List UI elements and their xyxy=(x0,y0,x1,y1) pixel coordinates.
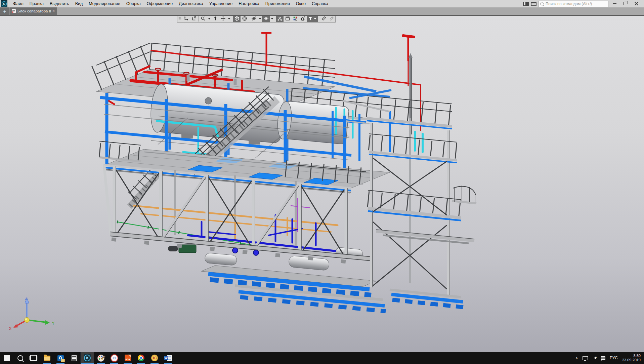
taskbar-chrome-button[interactable] xyxy=(134,352,148,364)
toolbar-object-info-picker-button xyxy=(328,15,335,22)
toolbar-section-view-button[interactable] xyxy=(276,15,284,22)
menu-item-12[interactable]: Справка xyxy=(309,0,331,7)
taskbar-paint-button[interactable] xyxy=(94,352,108,364)
menu-item-1[interactable]: Правка xyxy=(27,0,47,7)
tab-title: Блок сепаратора пр... xyxy=(17,9,51,13)
new-document-button[interactable]: + xyxy=(0,7,10,15)
notifications-icon[interactable] xyxy=(601,356,605,360)
tray-time: 8:50 xyxy=(622,354,641,358)
toolbar-coordinate-system-button[interactable] xyxy=(182,15,190,22)
windows-taskbar: OK✂PDF1С ∧ РУС 8:50 23.09.2019 xyxy=(0,352,644,364)
menu-items: ФайлПравкаВыделитьВидМоделированиеСборка… xyxy=(10,0,331,7)
toolbar-pan-move-dropdown[interactable] xyxy=(227,15,231,22)
taskbar-word-button[interactable] xyxy=(161,352,175,364)
menu-item-5[interactable]: Сборка xyxy=(123,0,144,7)
toolbar-measure-button[interactable] xyxy=(320,15,328,22)
chrome-icon xyxy=(138,355,144,361)
command-search[interactable] xyxy=(539,1,608,7)
taskbar-explorer-button[interactable] xyxy=(40,352,54,364)
toolbar-rebuild-model-button[interactable] xyxy=(291,15,299,22)
menu-item-7[interactable]: Диагностика xyxy=(176,0,206,7)
model-viewport[interactable]: Z X Y xyxy=(0,16,644,352)
calc-icon xyxy=(72,355,77,361)
system-tray: ∧ РУС 8:50 23.09.2019 xyxy=(575,354,644,362)
toolbar-separator xyxy=(275,15,275,22)
taskbar-onec-button[interactable]: 1С xyxy=(148,352,161,364)
search-icon xyxy=(540,2,544,5)
search-icon xyxy=(17,355,23,361)
toolbar-local-coordinate-system-button[interactable] xyxy=(190,15,198,22)
toolbar-drag-handle-icon[interactable] xyxy=(177,15,182,22)
toolbar-clip-box-button[interactable] xyxy=(284,15,291,22)
toolbar-separator xyxy=(249,15,249,22)
kompas-icon: K xyxy=(84,354,91,362)
menu-item-6[interactable]: Оформление xyxy=(144,0,176,7)
minimize-button[interactable] xyxy=(610,1,619,7)
tray-chevron-icon[interactable]: ∧ xyxy=(575,356,578,360)
taskbar-snip-button[interactable]: ✂ xyxy=(108,352,121,364)
menu-item-10[interactable]: Приложения xyxy=(262,0,293,7)
menu-item-0[interactable]: Файл xyxy=(10,0,27,7)
toolbar-orientation-cube-button[interactable] xyxy=(233,15,241,22)
axis-x-label: X xyxy=(9,326,12,331)
toolbar-filters-funnel-button[interactable] xyxy=(307,15,318,22)
language-indicator[interactable]: РУС xyxy=(610,356,618,360)
toolbar-rotate-sphere-button[interactable] xyxy=(241,15,248,22)
toolbar-zoom-area-button[interactable] xyxy=(199,15,207,22)
skid-sleds xyxy=(201,266,386,311)
pdf-icon: PDF xyxy=(125,355,131,361)
tab-divider xyxy=(0,15,644,16)
outlook-icon: O xyxy=(57,355,64,361)
word-icon xyxy=(167,355,172,361)
menu-bar: K ФайлПравкаВыделитьВидМоделированиеСбор… xyxy=(0,0,644,7)
menu-item-9[interactable]: Настройка xyxy=(235,0,262,7)
document-tab[interactable]: Блок сепаратора пр... × xyxy=(10,7,57,15)
toolbar-pan-move-button[interactable] xyxy=(219,15,227,22)
network-icon[interactable] xyxy=(583,356,588,360)
toolbar-display-mode-button[interactable] xyxy=(262,15,270,22)
curved-rail-platform xyxy=(452,186,476,203)
toolbar-hide-objects-dropdown[interactable] xyxy=(258,15,262,22)
taskbar-outlook-button[interactable]: O xyxy=(54,352,67,364)
toolbar-separator xyxy=(319,15,319,22)
start-icon xyxy=(4,355,10,361)
tab-close-icon[interactable]: × xyxy=(52,9,55,13)
toolbar-appearance-spray-button[interactable] xyxy=(299,15,307,22)
coordinate-triad: Z X Y xyxy=(6,296,56,338)
restore-button[interactable] xyxy=(621,1,630,7)
toolbar-hide-objects-button[interactable] xyxy=(250,15,258,22)
document-tab-bar: + Блок сепаратора пр... × xyxy=(0,7,644,15)
toolbar-zoom-fit-button[interactable] xyxy=(211,15,219,22)
right-tower xyxy=(343,96,476,307)
explorer-icon xyxy=(44,356,50,361)
menu-item-8[interactable]: Управление xyxy=(206,0,236,7)
taskbar-start-button[interactable] xyxy=(0,352,13,364)
clock[interactable]: 8:50 23.09.2019 xyxy=(622,354,641,362)
toolbar-display-mode-dropdown[interactable] xyxy=(270,15,274,22)
axis-y-label: Y xyxy=(52,321,55,326)
menu-item-3[interactable]: Вид xyxy=(72,0,86,7)
model-3d-separator-block[interactable] xyxy=(0,16,644,352)
search-input[interactable] xyxy=(545,1,603,6)
axis-z-label: Z xyxy=(25,296,28,301)
paint-icon xyxy=(97,355,104,362)
close-button[interactable] xyxy=(632,1,641,7)
menu-item-4[interactable]: Моделирование xyxy=(86,0,123,7)
window-layout-icon[interactable] xyxy=(531,2,536,6)
taskbar-kompas-active-button[interactable]: K xyxy=(81,352,94,364)
menu-item-11[interactable]: Окно xyxy=(293,0,309,7)
dropdown-arrow-icon[interactable] xyxy=(313,16,317,21)
toolbar-zoom-area-dropdown[interactable] xyxy=(207,15,211,22)
taskbar-calc-button[interactable] xyxy=(67,352,81,364)
volume-muted-icon[interactable] xyxy=(592,356,596,360)
toolbar-separator xyxy=(232,15,232,22)
taskbar-taskview-button[interactable] xyxy=(27,352,40,364)
menu-item-2[interactable]: Выделить xyxy=(47,0,72,7)
taskbar-search-button[interactable] xyxy=(13,352,27,364)
taskbar-pdf-button[interactable]: PDF xyxy=(121,352,134,364)
snip-icon: ✂ xyxy=(111,354,118,362)
panel-layout-icon[interactable] xyxy=(523,2,529,6)
onec-icon: 1С xyxy=(151,355,158,361)
toolbar-separator xyxy=(198,15,199,22)
app-logo-icon[interactable]: K xyxy=(1,0,7,7)
